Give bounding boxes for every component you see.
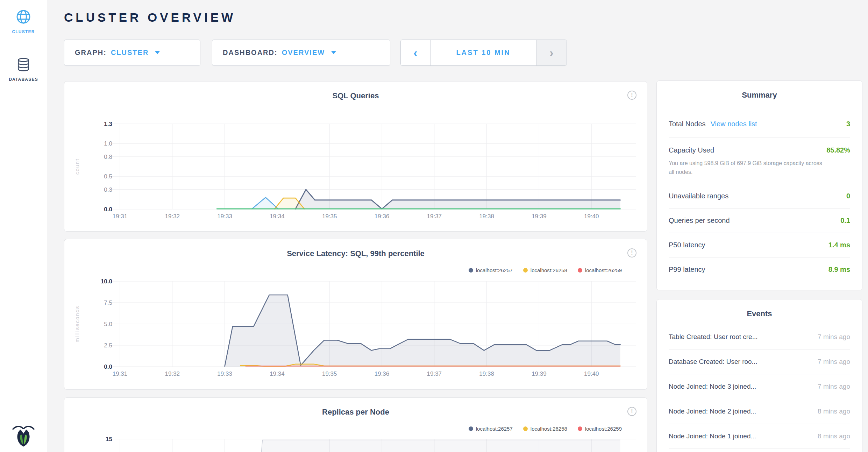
page-title: CLUSTER OVERVIEW — [64, 10, 236, 24]
info-icon[interactable]: ! — [627, 91, 636, 100]
svg-text:19:32: 19:32 — [165, 213, 180, 220]
svg-text:count: count — [74, 158, 80, 175]
time-range-value[interactable]: LAST 10 MIN — [431, 40, 536, 65]
chevron-down-icon — [331, 51, 336, 54]
svg-text:19:38: 19:38 — [479, 213, 494, 220]
total-nodes-value: 3 — [846, 120, 850, 128]
svg-text:19:33: 19:33 — [217, 213, 232, 220]
summary-row: Unavailable ranges 0 — [669, 184, 850, 209]
legend-item[interactable]: localhost:26257 — [469, 267, 513, 273]
p99-latency-value: 8.9 ms — [828, 266, 850, 274]
chart-legend: localhost:26257localhost:26258localhost:… — [469, 426, 622, 432]
event-time: 8 mins ago — [818, 432, 850, 440]
svg-text:1.0: 1.0 — [104, 140, 112, 147]
legend-dot-icon — [523, 268, 528, 273]
queries-per-second-label: Queries per second — [669, 217, 730, 225]
chart-title: SQL Queries — [64, 91, 647, 100]
event-time: 7 mins ago — [818, 358, 850, 366]
svg-text:19:34: 19:34 — [270, 213, 285, 220]
legend-item[interactable]: localhost:26258 — [523, 267, 567, 273]
dashboard-dropdown-value: OVERVIEW — [282, 49, 325, 57]
sql-queries-panel: 0.00.30.50.81.01.319:3119:3219:3319:3419… — [64, 81, 647, 232]
time-range-selector: ‹ LAST 10 MIN › — [400, 40, 567, 66]
globe-icon — [15, 8, 32, 25]
sidebar-item-databases[interactable]: DATABASES — [0, 57, 47, 82]
chevron-down-icon — [155, 51, 160, 54]
replicas-per-node-chart: 1519:3119:3219:3319:3419:3519:3619:3719:… — [64, 398, 647, 452]
info-icon[interactable]: ! — [627, 407, 636, 416]
event-title: Database Created: User roo... — [669, 358, 757, 366]
event-row[interactable]: Node Joined: Node 1 joined... 8 mins ago — [669, 424, 850, 449]
event-time: 8 mins ago — [818, 408, 850, 415]
summary-row-capacity: Capacity Used 85.82% You are using 598.9… — [669, 137, 850, 184]
svg-text:19:39: 19:39 — [532, 213, 547, 220]
legend-label: localhost:26257 — [476, 267, 513, 273]
svg-text:19:35: 19:35 — [322, 370, 337, 377]
event-row[interactable]: Node Joined: Node 3 joined... 7 mins ago — [669, 374, 850, 399]
sidebar-item-cluster[interactable]: CLUSTER — [0, 8, 47, 34]
legend-dot-icon — [578, 268, 582, 273]
sidebar: CLUSTER DATABASES — [0, 0, 47, 452]
event-row[interactable]: Table Created: User root cre... 7 mins a… — [669, 325, 850, 349]
graph-dropdown[interactable]: GRAPH: CLUSTER — [64, 40, 200, 66]
capacity-note: You are using 598.9 GiB of 697.9 GiB sto… — [669, 159, 823, 177]
svg-text:19:37: 19:37 — [427, 370, 442, 377]
cockroachdb-logo — [12, 423, 35, 449]
capacity-used-label: Capacity Used — [669, 146, 714, 154]
legend-item[interactable]: localhost:26259 — [578, 267, 622, 273]
total-nodes-label: Total Nodes — [669, 120, 706, 128]
svg-text:19:31: 19:31 — [113, 213, 128, 220]
legend-label: localhost:26259 — [585, 267, 622, 273]
unavailable-ranges-value: 0 — [846, 192, 850, 200]
p50-latency-label: P50 latency — [669, 241, 705, 249]
summary-row-total-nodes: Total NodesView nodes list 3 — [669, 111, 850, 137]
svg-text:0.3: 0.3 — [104, 186, 112, 193]
legend-item[interactable]: localhost:26258 — [523, 426, 567, 432]
legend-label: localhost:26258 — [531, 267, 567, 273]
event-row[interactable]: Node Joined: Node 2 joined... 8 mins ago — [669, 399, 850, 424]
service-latency-panel: 0.02.55.07.510.019:3119:3219:3319:3419:3… — [64, 239, 647, 390]
event-title: Node Joined: Node 1 joined... — [669, 432, 756, 440]
sidebar-item-label: CLUSTER — [12, 29, 35, 34]
legend-dot-icon — [578, 426, 582, 431]
time-prev-button[interactable]: ‹ — [401, 40, 431, 65]
legend-label: localhost:26257 — [476, 426, 513, 432]
legend-dot-icon — [523, 426, 528, 431]
legend-item[interactable]: localhost:26259 — [578, 426, 622, 432]
svg-text:5.0: 5.0 — [104, 321, 112, 327]
summary-panel: Summary Total NodesView nodes list 3 Cap… — [656, 80, 862, 290]
svg-text:0.5: 0.5 — [104, 173, 112, 180]
svg-text:0.8: 0.8 — [104, 154, 112, 160]
view-nodes-list-link[interactable]: View nodes list — [711, 120, 757, 128]
capacity-used-value: 85.82% — [826, 146, 850, 154]
dashboard-dropdown[interactable]: DASHBOARD: OVERVIEW — [212, 40, 390, 66]
summary-row: P99 latency 8.9 ms — [669, 257, 850, 282]
svg-text:19:34: 19:34 — [270, 370, 285, 377]
p99-latency-label: P99 latency — [669, 266, 705, 274]
queries-per-second-value: 0.1 — [840, 217, 850, 225]
sql-queries-chart: 0.00.30.50.81.01.319:3119:3219:3319:3419… — [64, 82, 647, 231]
event-title: Node Joined: Node 2 joined... — [669, 408, 756, 415]
dashboard-dropdown-label: DASHBOARD: — [223, 49, 278, 57]
service-latency-chart: 0.02.55.07.510.019:3119:3219:3319:3419:3… — [64, 239, 647, 389]
svg-text:19:33: 19:33 — [217, 370, 232, 377]
info-icon[interactable]: ! — [627, 248, 636, 257]
sidebar-item-label: DATABASES — [9, 77, 38, 82]
svg-text:19:35: 19:35 — [322, 213, 337, 220]
time-next-button[interactable]: › — [536, 40, 567, 65]
svg-text:2.5: 2.5 — [104, 342, 112, 349]
replicas-per-node-panel: 1519:3119:3219:3319:3419:3519:3619:3719:… — [64, 397, 647, 452]
svg-text:19:37: 19:37 — [427, 213, 442, 220]
graph-dropdown-value: CLUSTER — [111, 49, 149, 57]
svg-text:7.5: 7.5 — [104, 299, 112, 306]
event-time: 7 mins ago — [818, 383, 850, 390]
svg-text:milliseconds: milliseconds — [74, 305, 80, 342]
legend-item[interactable]: localhost:26257 — [469, 426, 513, 432]
legend-dot-icon — [469, 426, 473, 431]
event-row[interactable]: Database Created: User roo... 7 mins ago — [669, 349, 850, 374]
svg-text:19:40: 19:40 — [584, 370, 599, 377]
svg-text:19:36: 19:36 — [375, 370, 390, 377]
events-title: Events — [657, 309, 862, 318]
svg-text:10.0: 10.0 — [101, 278, 112, 285]
svg-text:19:39: 19:39 — [532, 370, 547, 377]
